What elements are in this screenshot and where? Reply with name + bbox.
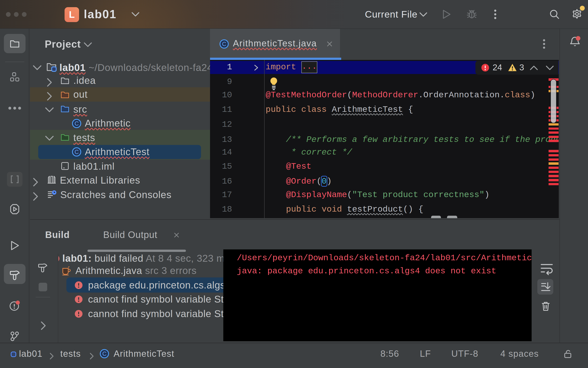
svg-text:C: C [102, 350, 107, 357]
svg-text:C: C [75, 120, 79, 127]
svg-text:C: C [222, 41, 226, 47]
svg-text:C: C [75, 149, 79, 155]
